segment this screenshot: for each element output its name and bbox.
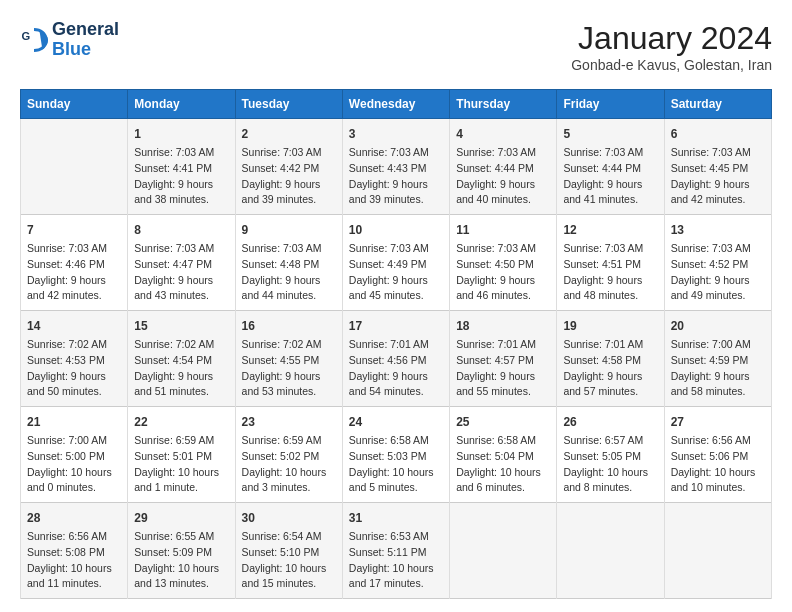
day-number: 29 <box>134 509 228 527</box>
calendar-cell: 20Sunrise: 7:00 AM Sunset: 4:59 PM Dayli… <box>664 311 771 407</box>
calendar-cell: 14Sunrise: 7:02 AM Sunset: 4:53 PM Dayli… <box>21 311 128 407</box>
header-day-tuesday: Tuesday <box>235 90 342 119</box>
calendar-cell: 24Sunrise: 6:58 AM Sunset: 5:03 PM Dayli… <box>342 407 449 503</box>
day-info: Sunrise: 7:01 AM Sunset: 4:56 PM Dayligh… <box>349 337 443 400</box>
calendar-cell: 9Sunrise: 7:03 AM Sunset: 4:48 PM Daylig… <box>235 215 342 311</box>
calendar-cell: 19Sunrise: 7:01 AM Sunset: 4:58 PM Dayli… <box>557 311 664 407</box>
calendar-cell: 31Sunrise: 6:53 AM Sunset: 5:11 PM Dayli… <box>342 503 449 599</box>
day-info: Sunrise: 7:03 AM Sunset: 4:46 PM Dayligh… <box>27 241 121 304</box>
day-info: Sunrise: 6:57 AM Sunset: 5:05 PM Dayligh… <box>563 433 657 496</box>
day-info: Sunrise: 7:00 AM Sunset: 4:59 PM Dayligh… <box>671 337 765 400</box>
calendar-cell: 5Sunrise: 7:03 AM Sunset: 4:44 PM Daylig… <box>557 119 664 215</box>
header-day-friday: Friday <box>557 90 664 119</box>
day-number: 19 <box>563 317 657 335</box>
week-row-1: 1Sunrise: 7:03 AM Sunset: 4:41 PM Daylig… <box>21 119 772 215</box>
calendar-cell: 16Sunrise: 7:02 AM Sunset: 4:55 PM Dayli… <box>235 311 342 407</box>
day-info: Sunrise: 7:00 AM Sunset: 5:00 PM Dayligh… <box>27 433 121 496</box>
logo-icon: G <box>20 26 48 54</box>
day-info: Sunrise: 6:55 AM Sunset: 5:09 PM Dayligh… <box>134 529 228 592</box>
logo-text: General Blue <box>52 20 119 60</box>
day-info: Sunrise: 7:03 AM Sunset: 4:51 PM Dayligh… <box>563 241 657 304</box>
day-number: 12 <box>563 221 657 239</box>
calendar-cell <box>664 503 771 599</box>
day-info: Sunrise: 7:03 AM Sunset: 4:43 PM Dayligh… <box>349 145 443 208</box>
title-block: January 2024 Gonbad-e Kavus, Golestan, I… <box>571 20 772 73</box>
calendar-cell: 8Sunrise: 7:03 AM Sunset: 4:47 PM Daylig… <box>128 215 235 311</box>
calendar-cell: 30Sunrise: 6:54 AM Sunset: 5:10 PM Dayli… <box>235 503 342 599</box>
page-header: G General Blue January 2024 Gonbad-e Kav… <box>20 20 772 73</box>
day-number: 16 <box>242 317 336 335</box>
calendar-cell <box>21 119 128 215</box>
day-number: 18 <box>456 317 550 335</box>
day-info: Sunrise: 7:03 AM Sunset: 4:41 PM Dayligh… <box>134 145 228 208</box>
day-number: 15 <box>134 317 228 335</box>
calendar-cell: 10Sunrise: 7:03 AM Sunset: 4:49 PM Dayli… <box>342 215 449 311</box>
day-number: 11 <box>456 221 550 239</box>
day-info: Sunrise: 7:03 AM Sunset: 4:49 PM Dayligh… <box>349 241 443 304</box>
day-info: Sunrise: 7:03 AM Sunset: 4:52 PM Dayligh… <box>671 241 765 304</box>
header-day-saturday: Saturday <box>664 90 771 119</box>
day-info: Sunrise: 6:56 AM Sunset: 5:06 PM Dayligh… <box>671 433 765 496</box>
day-info: Sunrise: 6:54 AM Sunset: 5:10 PM Dayligh… <box>242 529 336 592</box>
day-number: 14 <box>27 317 121 335</box>
day-info: Sunrise: 6:56 AM Sunset: 5:08 PM Dayligh… <box>27 529 121 592</box>
day-number: 27 <box>671 413 765 431</box>
location-subtitle: Gonbad-e Kavus, Golestan, Iran <box>571 57 772 73</box>
day-number: 5 <box>563 125 657 143</box>
day-info: Sunrise: 7:03 AM Sunset: 4:45 PM Dayligh… <box>671 145 765 208</box>
calendar-cell: 13Sunrise: 7:03 AM Sunset: 4:52 PM Dayli… <box>664 215 771 311</box>
day-info: Sunrise: 6:59 AM Sunset: 5:01 PM Dayligh… <box>134 433 228 496</box>
week-row-4: 21Sunrise: 7:00 AM Sunset: 5:00 PM Dayli… <box>21 407 772 503</box>
day-info: Sunrise: 7:02 AM Sunset: 4:55 PM Dayligh… <box>242 337 336 400</box>
day-number: 23 <box>242 413 336 431</box>
calendar-cell: 17Sunrise: 7:01 AM Sunset: 4:56 PM Dayli… <box>342 311 449 407</box>
calendar-cell: 26Sunrise: 6:57 AM Sunset: 5:05 PM Dayli… <box>557 407 664 503</box>
header-day-thursday: Thursday <box>450 90 557 119</box>
day-info: Sunrise: 6:59 AM Sunset: 5:02 PM Dayligh… <box>242 433 336 496</box>
day-number: 4 <box>456 125 550 143</box>
calendar-cell <box>557 503 664 599</box>
calendar-cell: 28Sunrise: 6:56 AM Sunset: 5:08 PM Dayli… <box>21 503 128 599</box>
day-info: Sunrise: 7:01 AM Sunset: 4:58 PM Dayligh… <box>563 337 657 400</box>
header-day-sunday: Sunday <box>21 90 128 119</box>
day-info: Sunrise: 7:02 AM Sunset: 4:54 PM Dayligh… <box>134 337 228 400</box>
week-row-2: 7Sunrise: 7:03 AM Sunset: 4:46 PM Daylig… <box>21 215 772 311</box>
day-info: Sunrise: 6:58 AM Sunset: 5:04 PM Dayligh… <box>456 433 550 496</box>
day-info: Sunrise: 7:03 AM Sunset: 4:44 PM Dayligh… <box>563 145 657 208</box>
calendar-cell: 15Sunrise: 7:02 AM Sunset: 4:54 PM Dayli… <box>128 311 235 407</box>
calendar-cell: 2Sunrise: 7:03 AM Sunset: 4:42 PM Daylig… <box>235 119 342 215</box>
header-day-wednesday: Wednesday <box>342 90 449 119</box>
week-row-3: 14Sunrise: 7:02 AM Sunset: 4:53 PM Dayli… <box>21 311 772 407</box>
calendar-cell: 4Sunrise: 7:03 AM Sunset: 4:44 PM Daylig… <box>450 119 557 215</box>
day-number: 24 <box>349 413 443 431</box>
day-number: 1 <box>134 125 228 143</box>
calendar-cell: 22Sunrise: 6:59 AM Sunset: 5:01 PM Dayli… <box>128 407 235 503</box>
day-info: Sunrise: 7:03 AM Sunset: 4:42 PM Dayligh… <box>242 145 336 208</box>
day-info: Sunrise: 7:01 AM Sunset: 4:57 PM Dayligh… <box>456 337 550 400</box>
day-number: 9 <box>242 221 336 239</box>
calendar-table: SundayMondayTuesdayWednesdayThursdayFrid… <box>20 89 772 599</box>
calendar-cell: 29Sunrise: 6:55 AM Sunset: 5:09 PM Dayli… <box>128 503 235 599</box>
calendar-cell: 6Sunrise: 7:03 AM Sunset: 4:45 PM Daylig… <box>664 119 771 215</box>
day-number: 31 <box>349 509 443 527</box>
logo-blue: Blue <box>52 39 91 59</box>
calendar-cell <box>450 503 557 599</box>
calendar-cell: 11Sunrise: 7:03 AM Sunset: 4:50 PM Dayli… <box>450 215 557 311</box>
calendar-header-row: SundayMondayTuesdayWednesdayThursdayFrid… <box>21 90 772 119</box>
day-info: Sunrise: 6:58 AM Sunset: 5:03 PM Dayligh… <box>349 433 443 496</box>
day-number: 25 <box>456 413 550 431</box>
week-row-5: 28Sunrise: 6:56 AM Sunset: 5:08 PM Dayli… <box>21 503 772 599</box>
day-info: Sunrise: 7:02 AM Sunset: 4:53 PM Dayligh… <box>27 337 121 400</box>
calendar-cell: 25Sunrise: 6:58 AM Sunset: 5:04 PM Dayli… <box>450 407 557 503</box>
svg-text:G: G <box>21 30 30 42</box>
day-number: 20 <box>671 317 765 335</box>
calendar-cell: 1Sunrise: 7:03 AM Sunset: 4:41 PM Daylig… <box>128 119 235 215</box>
day-number: 7 <box>27 221 121 239</box>
logo: G General Blue <box>20 20 119 60</box>
calendar-cell: 18Sunrise: 7:01 AM Sunset: 4:57 PM Dayli… <box>450 311 557 407</box>
day-number: 3 <box>349 125 443 143</box>
calendar-cell: 21Sunrise: 7:00 AM Sunset: 5:00 PM Dayli… <box>21 407 128 503</box>
calendar-cell: 23Sunrise: 6:59 AM Sunset: 5:02 PM Dayli… <box>235 407 342 503</box>
day-number: 22 <box>134 413 228 431</box>
header-day-monday: Monday <box>128 90 235 119</box>
